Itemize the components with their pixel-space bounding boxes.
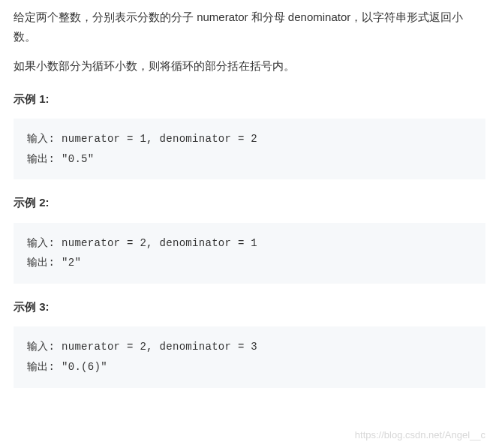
example-title-1: 示例 1: [14, 89, 485, 109]
watermark-text: https://blog.csdn.net/Angel__c [355, 427, 485, 443]
problem-description-1: 给定两个整数，分别表示分数的分子 numerator 和分母 denominat… [14, 8, 485, 46]
example-title-2: 示例 2: [14, 193, 485, 212]
example-code-3: 输入: numerator = 2, denominator = 3 输出: "… [14, 326, 485, 387]
example-code-2: 输入: numerator = 2, denominator = 1 输出: "… [14, 223, 485, 284]
example-title-3: 示例 3: [14, 297, 485, 317]
problem-description-2: 如果小数部分为循环小数，则将循环的部分括在括号内。 [14, 56, 485, 76]
example-code-1: 输入: numerator = 1, denominator = 2 输出: "… [14, 119, 485, 179]
